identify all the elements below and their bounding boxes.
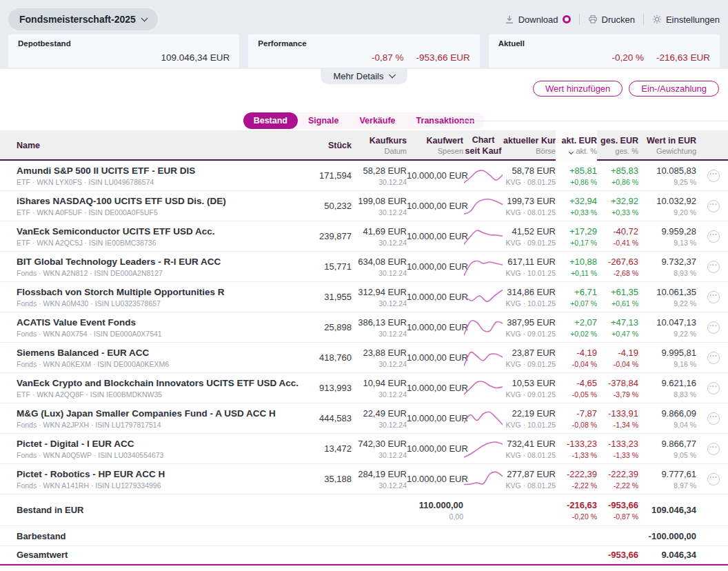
fund-name-link[interactable]: ACATIS Value Event Fonds [17,317,272,328]
cell-kaufwert: 10.000,00 EUR [407,292,463,302]
fund-name-link[interactable]: BIT Global Technology Leaders - R-I EUR … [17,257,272,267]
cell-akt-eur: +85,81 +0,86 % [556,166,597,186]
cell-kurs: 10,53 EURKVG · 09.01.25 [488,378,556,399]
cell-wert: 9.621,168,83 % [638,378,696,399]
cell-kaufwert: 10.000,00 EUR [407,383,463,393]
tab-transaktionen[interactable]: Transaktionen [406,112,485,129]
row-menu-button[interactable]: ··· [707,261,720,273]
fund-meta: Fonds · WKN A2JPXH · ISIN LU1797817514 [17,421,272,429]
fund-name-link[interactable]: VanEck Semiconductor UCITS ETF USD Acc. [17,226,272,237]
table-row: iShares NASDAQ-100 UCITS ETF USD Dis. (D… [0,191,728,221]
divider [643,14,644,25]
column-header-kurs[interactable]: aktueller KursBörse [503,136,556,155]
fund-meta: Fonds · WKN A0Q5WP · ISIN LU0340554673 [17,451,272,459]
bestand-akt-eur: -216,63 -0,20 % [556,500,597,521]
cell-kurs: 387,95 EURKVG · 09.01.25 [488,317,556,338]
download-icon [505,14,514,24]
cell-stueck: 913,993 [272,383,352,393]
cell-kurs: 617,11 EURKVG · 10.01.25 [488,257,556,277]
more-details-button[interactable]: Mehr Details [321,69,407,84]
row-menu-button[interactable]: ··· [707,230,720,243]
gear-icon [652,14,662,24]
cell-stueck: 13,472 [272,443,352,454]
row-menu-button[interactable]: ··· [707,321,720,334]
fund-name-link[interactable]: VanEck Crypto and Blockchain Innovators … [17,378,272,388]
fund-meta: Fonds · WKN A2N812 · ISIN DE000A2N8127 [17,269,272,277]
fund-name-link[interactable]: iShares NASDAQ-100 UCITS ETF USD Dis. (D… [17,196,272,206]
row-menu-button[interactable]: ··· [707,170,720,182]
gesamtwert-ges-eur: -953,66 [597,550,638,560]
row-menu-button[interactable]: ··· [707,412,720,425]
summary-card-performance: Performance -0,87 % -953,66 EUR [248,34,479,68]
cell-kaufkurs: 634,08 EUR30.12.24 [352,257,407,277]
settings-button[interactable]: Einstellungen [652,14,720,25]
gesamtwert-label: Gesamtwert [17,550,272,560]
cell-akt-eur: +32,94 +0,33 % [556,196,597,217]
cell-kaufwert: 10.000,00 EUR [407,413,463,423]
fund-name-link[interactable]: Siemens Balanced - EUR ACC [17,348,272,358]
cell-stueck: 31,955 [272,292,352,302]
cell-akt-eur: -7,87 -0,08 % [556,408,597,429]
cell-kurs: 277,87 EURKVG · 08.01.25 [488,469,556,490]
column-header-kaufkurs[interactable]: KaufkursDatum [352,136,407,155]
add-value-button[interactable]: Wert hinzufügen [533,81,623,97]
tab-signale[interactable]: Signale [298,112,349,129]
fund-name-link[interactable]: Amundi S&P 500 II UCITS ETF - EUR DIS [17,166,272,176]
column-header-stueck[interactable]: Stück [272,141,352,150]
bestand-label: Bestand in EUR [17,505,272,515]
table-row: Pictet - Digital - I EUR ACC Fonds · WKN… [0,434,728,464]
fund-name-link[interactable]: Pictet - Digital - I EUR ACC [17,439,272,449]
cell-kaufkurs: 386,13 EUR30.12.24 [352,317,407,338]
row-menu-button[interactable]: ··· [707,200,720,212]
fund-name-link[interactable]: Flossbach von Storch Multiple Opportunit… [17,287,272,297]
column-header-ges-eur[interactable]: ges. EURges. % [597,136,638,155]
column-header-wert[interactable]: Wert in EURGewichtung [638,136,696,155]
table-row: Flossbach von Storch Multiple Opportunit… [0,282,728,312]
download-label: Download [518,14,558,25]
fund-meta: ETF · WKN A0F5UF · ISIN DE000A0F5UF5 [17,208,272,217]
cell-ges-eur: +61,35 +0,61 % [597,287,638,308]
table-bottom-accent [0,564,728,565]
cell-kaufwert: 10.000,00 EUR [407,352,463,363]
cell-wert: 9.959,289,13 % [638,226,696,247]
cell-wert: 10.047,139,22 % [638,317,696,338]
fund-meta: ETF · WKN A2QQ8F · ISIN IE00BMDKNW35 [17,390,272,399]
bestand-wert: 109.046,34 [638,505,696,515]
aktuell-percent: -0,20 % [611,52,644,63]
tab-verkaeufe[interactable]: Verkäufe [349,112,405,129]
cell-kurs: 22,19 EURKVG · 10.01.25 [488,408,556,429]
cell-stueck: 171,594 [272,170,352,181]
cell-wert: 9.777,618,97 % [638,469,696,490]
portfolio-selector[interactable]: Fondsmeisterschaft-2025 [8,8,158,30]
column-header-akt-eur-sorted[interactable]: akt. EUR akt. % [556,130,597,161]
cell-ges-eur: +47,13 +0,47 % [597,317,638,338]
more-details-label: Mehr Details [334,71,384,81]
row-menu-button[interactable]: ··· [707,473,720,485]
printer-icon [588,14,598,24]
row-menu-button[interactable]: ··· [707,382,720,394]
table-row: M&G (Lux) Japan Smaller Companies Fund -… [0,403,728,434]
aktuell-label: Aktuell [498,39,710,48]
cell-akt-eur: -4,19 -0,04 % [556,348,597,368]
fund-name-link[interactable]: Pictet - Robotics - HP EUR ACC H [17,469,272,479]
column-header-name: Name [17,141,272,150]
cell-akt-eur: -4,65 -0,05 % [556,378,597,399]
cell-kurs: 314,86 EURKVG · 10.01.25 [488,287,556,308]
row-menu-button[interactable]: ··· [707,352,720,364]
fund-name-link[interactable]: M&G (Lux) Japan Smaller Companies Fund -… [17,408,272,419]
print-button[interactable]: Drucken [588,14,635,25]
row-menu-button[interactable]: ··· [707,291,720,303]
cell-kaufwert: 10.000,00 EUR [407,474,463,484]
cell-kurs: 23,87 EURKVG · 09.01.25 [488,348,556,368]
barbestand-wert: -100.000,00 [638,531,696,541]
row-menu-button[interactable]: ··· [707,443,720,455]
tab-bestand[interactable]: Bestand [243,112,298,129]
fund-meta: Fonds · WKN A141RH · ISIN LU1279334996 [17,481,272,490]
cell-stueck: 35,188 [272,474,352,484]
cell-kaufkurs: 199,08 EUR30.12.24 [352,196,407,217]
cell-wert: 10.032,929,20 % [638,196,696,217]
column-header-kaufwert[interactable]: KaufwertSpesen [407,136,463,155]
pay-in-out-button[interactable]: Ein-/Auszahlung [629,81,719,97]
download-button[interactable]: Download [505,14,571,25]
cell-kaufkurs: 10,94 EUR30.12.24 [352,378,407,399]
